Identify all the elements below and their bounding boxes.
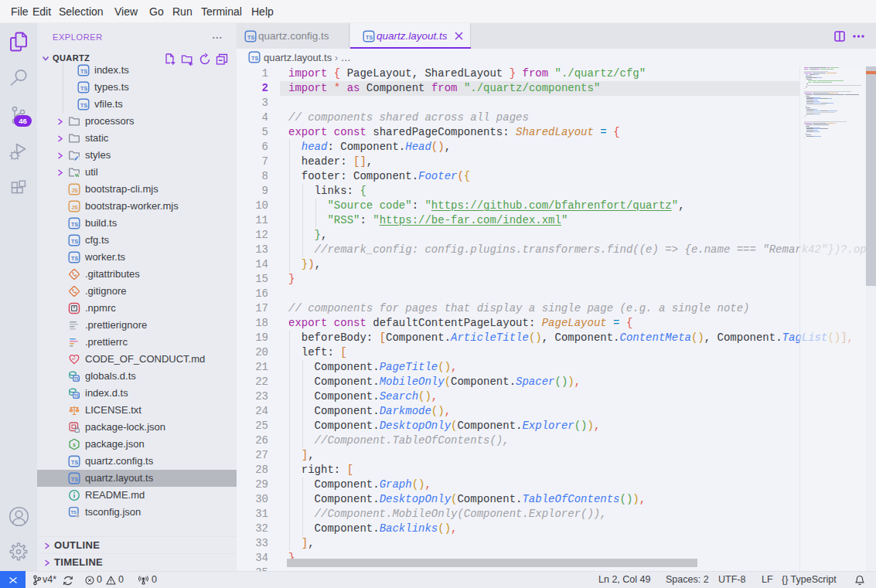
svg-text:TS: TS — [366, 35, 373, 40]
svg-text:TS: TS — [247, 35, 254, 40]
svg-text:TS: TS — [74, 377, 79, 381]
svg-text:TS: TS — [71, 256, 78, 261]
svg-text:TS: TS — [71, 222, 78, 227]
svg-text:TS: TS — [80, 103, 87, 108]
svg-text:TS: TS — [71, 460, 78, 465]
svg-text:TS: TS — [251, 56, 258, 61]
svg-text:JS: JS — [72, 188, 79, 193]
svg-text:JS: JS — [72, 205, 79, 210]
svg-text:$: $ — [73, 443, 76, 447]
svg-text:TS: TS — [71, 477, 78, 482]
svg-text:TS: TS — [74, 394, 79, 398]
svg-text:TS: TS — [80, 86, 87, 91]
svg-text:TS: TS — [71, 239, 78, 244]
svg-text:TS: TS — [70, 510, 77, 515]
svg-text:TS: TS — [80, 69, 87, 74]
